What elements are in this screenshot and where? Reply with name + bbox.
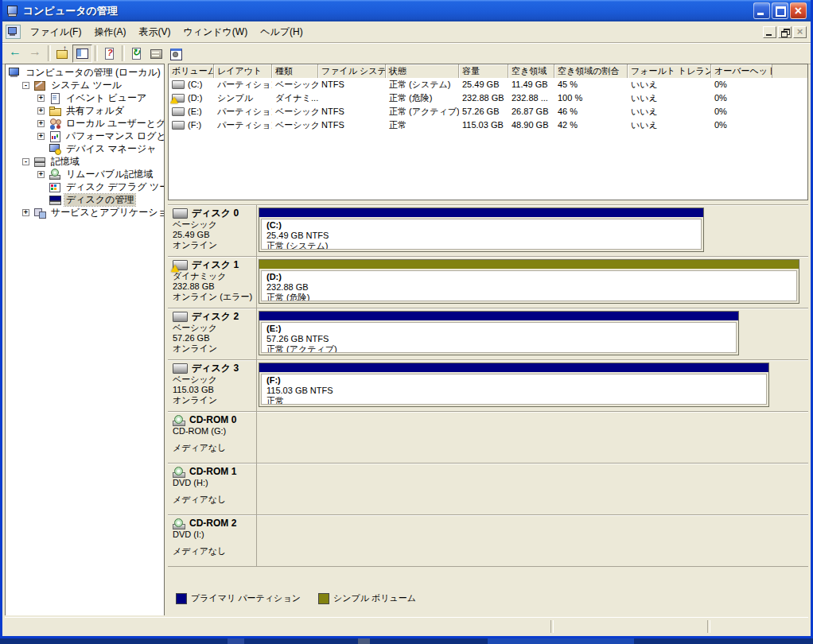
partition-details: (E:) 57.26 GB NTFS 正常 (アクティブ) [261, 322, 737, 353]
partition-box[interactable]: (C:) 25.49 GB NTFS 正常 (システム) [259, 208, 704, 252]
volume-free-space: 26.87 GB [508, 105, 554, 118]
tree-item-services-and-applications[interactable]: サービスとアプリケーション [6, 206, 164, 219]
window-icon [6, 5, 19, 17]
partition-color-band [259, 208, 703, 217]
column-header[interactable]: オーバーヘッド [711, 64, 772, 78]
tree-expander[interactable] [37, 171, 45, 178]
toolbar-properties-button[interactable] [146, 45, 166, 63]
tree-expander[interactable] [22, 209, 29, 216]
disk-type: ダイナミック [173, 271, 253, 281]
tree-item-storage[interactable]: 記憶域 [6, 155, 164, 168]
volume-row-volume-e[interactable]: (E:) パーティション ベーシック NTFS 正常 (アクティブ) 57.26… [169, 105, 807, 118]
toolbar-forward-button[interactable] [25, 45, 45, 63]
forward-icon [29, 47, 42, 60]
column-header[interactable]: 空き領域 [508, 64, 554, 78]
disk-defragmenter-icon [49, 181, 61, 192]
column-header[interactable]: 空き領域の割合 [554, 64, 628, 78]
tree-expander[interactable] [37, 133, 45, 140]
volume-row-volume-f[interactable]: (F:) パーティション ベーシック NTFS 正常 115.03 GB 48.… [169, 118, 807, 132]
menu-item[interactable]: 操作(A) [88, 22, 132, 41]
tree-item-local-users-and-groups[interactable]: ローカル ユーザーとグループ [6, 117, 164, 130]
volume-status: 正常 (アクティブ) [386, 105, 459, 118]
disk-size: 57.26 GB [173, 333, 253, 343]
title-bar[interactable]: コンピュータの管理 [2, 0, 811, 21]
volume-row-volume-c[interactable]: (C:) パーティション ベーシック NTFS 正常 (システム) 25.49 … [169, 78, 807, 91]
partition-box[interactable]: (E:) 57.26 GB NTFS 正常 (アクティブ) [259, 311, 739, 355]
toolbar [2, 43, 811, 64]
close-button[interactable] [790, 2, 807, 19]
toolbar-back-button[interactable] [6, 45, 25, 63]
partition-color-band [259, 260, 799, 269]
column-header[interactable]: ボリューム [169, 64, 214, 78]
tree-item-disk-defragmenter[interactable]: ディスク デフラグ ツール [6, 180, 164, 193]
volume-type: ベーシック [272, 78, 318, 91]
tree-expander[interactable] [37, 95, 45, 102]
partition-size: 115.03 GB NTFS [266, 386, 761, 396]
toolbar-up-one-level-button[interactable] [53, 45, 72, 63]
menu-item[interactable]: 表示(V) [132, 22, 177, 41]
child-restore-button[interactable] [778, 26, 792, 38]
column-header[interactable]: 状態 [386, 64, 459, 78]
legend-item-primary-partition: プライマリ パーティション [176, 592, 301, 604]
disk-graph-area: (D:) 232.88 GB 正常 (危険) [257, 257, 808, 308]
cdrom-status: メディアなし [173, 443, 253, 453]
tree-item-label: ローカル ユーザーとグループ [64, 118, 165, 130]
menu-bar: ファイル(F) 操作(A) 表示(V) ウィンドウ(W) ヘルプ(H) [2, 21, 811, 43]
tree-expander[interactable] [37, 107, 45, 114]
cdrom-2-info[interactable]: CD-ROM 2 DVD (I:) メディアなし [168, 515, 257, 566]
tree-item-system-tools[interactable]: システム ツール [6, 79, 164, 91]
cdrom-1-info[interactable]: CD-ROM 1 DVD (H:) メディアなし [168, 464, 257, 514]
volume-capacity: 25.49 GB [459, 78, 508, 91]
disk-size: 25.49 GB [173, 230, 253, 240]
cdrom-title: CD-ROM 0 [189, 415, 236, 425]
tree-expander[interactable] [22, 82, 29, 89]
cdrom-0-info[interactable]: CD-ROM 0 CD-ROM (G:) メディアなし [168, 412, 257, 463]
desktop: コンピュータの管理 ファイル(F) 操作(A) 表示(V) ウィンドウ(W) ヘ… [0, 0, 813, 644]
partition-status: 正常 (システム) [266, 241, 696, 250]
volume-free-space: 232.88 ... [508, 91, 554, 105]
column-header[interactable]: フォールト トレランス [628, 64, 711, 78]
column-header[interactable]: レイアウト [214, 64, 272, 78]
tree-item-computer-management[interactable]: コンピュータの管理 (ローカル) [6, 66, 164, 79]
partition-size: 25.49 GB NTFS [266, 231, 696, 241]
tree-item-device-manager[interactable]: デバイス マネージャ [6, 142, 164, 155]
tree-item-shared-folders[interactable]: 共有フォルダ [6, 104, 164, 117]
disk-0-info[interactable]: ディスク 0 ベーシック 25.49 GB オンライン [168, 205, 257, 256]
column-header[interactable]: ファイル システム [318, 64, 386, 78]
child-window-buttons [763, 26, 808, 38]
column-header[interactable]: 種類 [272, 64, 318, 78]
volume-filesystem: NTFS [318, 118, 386, 132]
toolbar-show-hide-console-tree-button[interactable] [72, 45, 92, 63]
window-title: コンピュータの管理 [23, 4, 752, 18]
disk-3-info[interactable]: ディスク 3 ベーシック 115.03 GB オンライン [168, 360, 257, 411]
tree-item-performance-logs[interactable]: パフォーマンス ログと警告 [6, 130, 164, 142]
disk-title: ディスク 2 [192, 312, 239, 322]
child-close-button [793, 26, 807, 38]
partition-box[interactable]: (F:) 115.03 GB NTFS 正常 [259, 363, 769, 407]
disk-2-info[interactable]: ディスク 2 ベーシック 57.26 GB オンライン [168, 308, 257, 359]
volume-filesystem: NTFS [318, 78, 386, 91]
help-topics-icon [103, 47, 116, 60]
performance-logs-icon [49, 130, 61, 142]
partition-box[interactable]: (D:) 232.88 GB 正常 (危険) [259, 259, 799, 304]
toolbar-help-button[interactable] [166, 45, 186, 63]
menu-item[interactable]: ヘルプ(H) [254, 22, 309, 41]
volume-row-volume-d[interactable]: (D:) シンプル ダイナミ... 正常 (危険) 232.88 GB 232.… [169, 91, 807, 105]
disk-1-info[interactable]: ディスク 1 ダイナミック 232.88 GB オンライン (エラー) [168, 257, 257, 308]
tree-item-removable-storage[interactable]: リムーバブル記憶域 [6, 168, 164, 180]
toolbar-refresh-button[interactable] [126, 45, 146, 63]
tree-item-disk-management[interactable]: ディスクの管理 [6, 193, 164, 206]
console-window-icon[interactable] [6, 25, 21, 39]
column-header[interactable]: 容量 [459, 64, 508, 78]
child-minimize-button[interactable] [763, 26, 776, 38]
tree-expander[interactable] [37, 120, 45, 127]
disk-size: 115.03 GB [173, 385, 253, 395]
tree-expander[interactable] [22, 158, 29, 165]
menu-item[interactable]: ファイル(F) [24, 22, 88, 41]
maximize-button[interactable] [772, 2, 788, 19]
toolbar-help-topics-button[interactable] [99, 45, 119, 63]
tree-item-event-viewer[interactable]: イベント ビューア [6, 91, 164, 104]
cdrom-status: メディアなし [173, 546, 253, 557]
menu-item[interactable]: ウィンドウ(W) [177, 22, 254, 41]
minimize-button[interactable] [753, 2, 770, 19]
